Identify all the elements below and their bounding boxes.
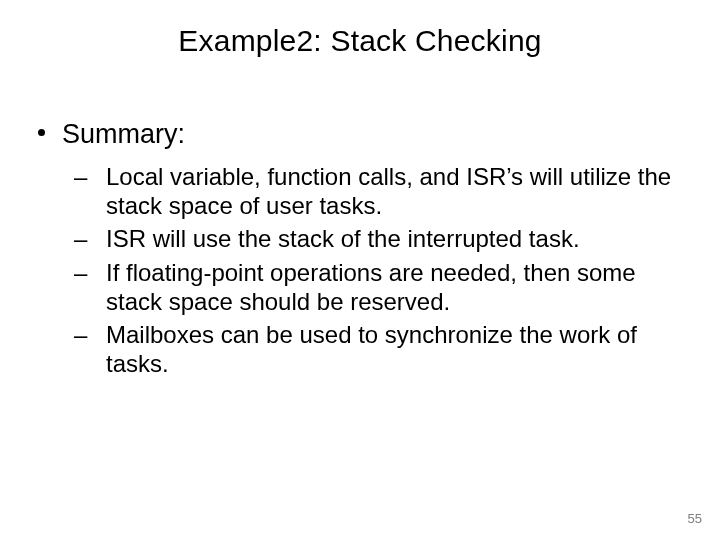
dash-icon: –: [90, 224, 106, 253]
list-item-text: If floating-point operations are needed,…: [106, 259, 636, 315]
dash-icon: –: [90, 320, 106, 349]
dash-icon: –: [90, 162, 106, 191]
list-item: – Local variable, function calls, and IS…: [36, 162, 684, 221]
list-item-text: Mailboxes can be used to synchronize the…: [106, 321, 637, 377]
list-item: – If floating-point operations are neede…: [36, 258, 684, 317]
slide-body: Summary: – Local variable, function call…: [36, 118, 684, 383]
list-item-text: ISR will use the stack of the interrupte…: [106, 225, 580, 252]
summary-label: Summary:: [62, 119, 185, 149]
list-item: – Mailboxes can be used to synchronize t…: [36, 320, 684, 379]
dash-icon: –: [90, 258, 106, 287]
bullet-icon: [38, 129, 45, 136]
slide-title: Example2: Stack Checking: [0, 24, 720, 58]
list-item: – ISR will use the stack of the interrup…: [36, 224, 684, 253]
summary-heading: Summary:: [36, 118, 684, 152]
list-item-text: Local variable, function calls, and ISR’…: [106, 163, 671, 219]
page-number: 55: [688, 511, 702, 526]
slide: Example2: Stack Checking Summary: – Loca…: [0, 0, 720, 540]
